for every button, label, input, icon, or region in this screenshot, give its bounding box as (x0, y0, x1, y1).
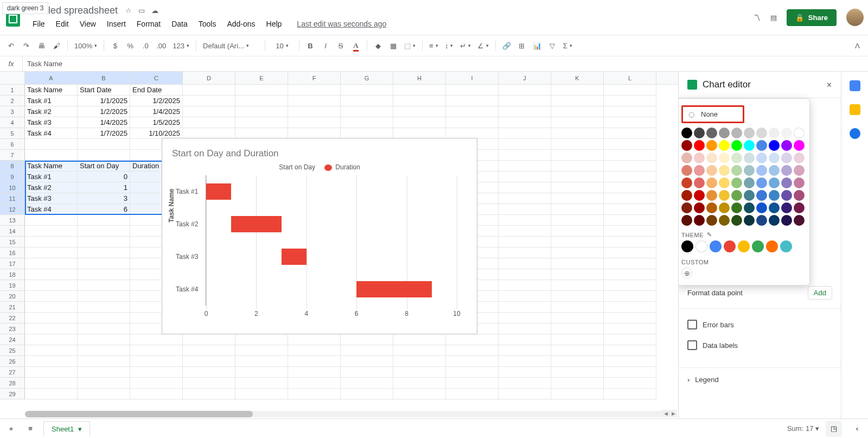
cell[interactable] (183, 345, 235, 356)
cell[interactable] (25, 237, 78, 247)
merge-button[interactable]: ⬚ (402, 39, 418, 53)
cell[interactable] (604, 247, 656, 258)
col-L[interactable]: L (604, 72, 656, 84)
cell[interactable]: Task #3 (25, 193, 78, 204)
cell[interactable] (604, 172, 656, 182)
cell[interactable] (499, 172, 551, 182)
cell[interactable] (446, 85, 499, 96)
embedded-chart[interactable]: Start on Day and Duration Start on Day D… (162, 138, 477, 334)
cell[interactable] (551, 313, 604, 323)
cell[interactable] (25, 226, 78, 237)
cell[interactable] (551, 258, 604, 269)
cell[interactable] (604, 237, 656, 247)
cell[interactable] (551, 367, 604, 378)
color-swatch[interactable] (769, 190, 780, 201)
account-avatar[interactable] (846, 9, 864, 26)
cell[interactable] (130, 378, 183, 389)
fontsize-select[interactable]: 10 (270, 39, 295, 53)
color-swatch[interactable] (794, 190, 805, 201)
borders-button[interactable]: ▦ (387, 39, 400, 53)
cell[interactable] (183, 356, 235, 367)
comments-icon[interactable]: ▤ (770, 14, 777, 22)
cell[interactable] (235, 389, 288, 399)
cell[interactable] (604, 204, 656, 215)
cell[interactable] (446, 356, 499, 367)
cell[interactable] (78, 258, 130, 269)
cell[interactable] (604, 291, 656, 302)
cell[interactable]: Task #3 (25, 117, 78, 128)
col-D[interactable]: D (183, 72, 235, 84)
color-swatch[interactable] (794, 153, 805, 163)
cell[interactable] (551, 215, 604, 226)
cell[interactable] (78, 247, 130, 258)
cell[interactable]: 1/10/2025 (130, 128, 183, 139)
color-swatch[interactable] (694, 165, 705, 176)
row-header[interactable]: 14 (0, 226, 25, 237)
data-labels-checkbox[interactable] (687, 340, 697, 350)
color-swatch[interactable] (681, 153, 692, 163)
italic-button[interactable]: I (319, 39, 332, 53)
cell[interactable] (183, 334, 235, 345)
color-swatch[interactable] (794, 215, 805, 226)
cell[interactable] (78, 323, 130, 334)
color-swatch[interactable] (781, 177, 792, 188)
formula-input[interactable]: Task Name (23, 60, 67, 68)
color-swatch[interactable] (694, 215, 705, 226)
cell[interactable] (288, 106, 341, 117)
cell[interactable] (235, 367, 288, 378)
cell[interactable] (499, 247, 551, 258)
cell[interactable] (393, 389, 446, 399)
cell[interactable] (341, 96, 393, 106)
cell[interactable] (130, 334, 183, 345)
scroll-left-button[interactable]: ◀ (662, 410, 669, 417)
cell[interactable] (235, 378, 288, 389)
custom-color-add[interactable]: ⊕ (681, 268, 692, 278)
color-swatch[interactable] (706, 128, 717, 138)
color-swatch[interactable] (756, 153, 767, 163)
row-header[interactable]: 7 (0, 150, 25, 161)
tasks-icon[interactable] (850, 128, 860, 139)
cell[interactable] (78, 345, 130, 356)
color-swatch[interactable] (681, 215, 692, 226)
cell[interactable] (551, 128, 604, 139)
cell[interactable]: End Date (130, 85, 183, 96)
color-swatch[interactable] (731, 215, 742, 226)
cell[interactable] (288, 345, 341, 356)
cell[interactable] (551, 150, 604, 161)
cell[interactable] (604, 378, 656, 389)
color-swatch[interactable] (781, 202, 792, 213)
cell[interactable] (288, 367, 341, 378)
row-header[interactable]: 24 (0, 334, 25, 345)
cell[interactable] (130, 389, 183, 399)
color-swatch[interactable] (719, 202, 730, 213)
color-swatch[interactable] (681, 165, 692, 176)
cell[interactable] (446, 128, 499, 139)
cell[interactable] (551, 85, 604, 96)
cell[interactable] (499, 302, 551, 313)
cell[interactable] (604, 96, 656, 106)
cell[interactable] (130, 356, 183, 367)
cell[interactable] (341, 117, 393, 128)
cell[interactable] (604, 313, 656, 323)
cell[interactable] (604, 280, 656, 291)
cell[interactable] (551, 280, 604, 291)
cell[interactable] (288, 96, 341, 106)
theme-swatch[interactable] (752, 240, 764, 252)
cell[interactable] (499, 96, 551, 106)
cell[interactable] (341, 378, 393, 389)
cell[interactable] (78, 237, 130, 247)
cell[interactable]: 1/4/2025 (130, 106, 183, 117)
cell[interactable] (446, 96, 499, 106)
cell[interactable] (499, 269, 551, 280)
undo-button[interactable]: ↶ (4, 39, 17, 53)
move-icon[interactable]: ▭ (138, 7, 145, 15)
cell[interactable] (499, 345, 551, 356)
all-sheets-button[interactable]: ≡ (24, 422, 37, 436)
cell[interactable] (235, 356, 288, 367)
cell[interactable] (341, 334, 393, 345)
cell[interactable] (551, 172, 604, 182)
cell[interactable] (25, 389, 78, 399)
row-header[interactable]: 23 (0, 323, 25, 334)
cell[interactable] (551, 106, 604, 117)
cell[interactable] (183, 367, 235, 378)
